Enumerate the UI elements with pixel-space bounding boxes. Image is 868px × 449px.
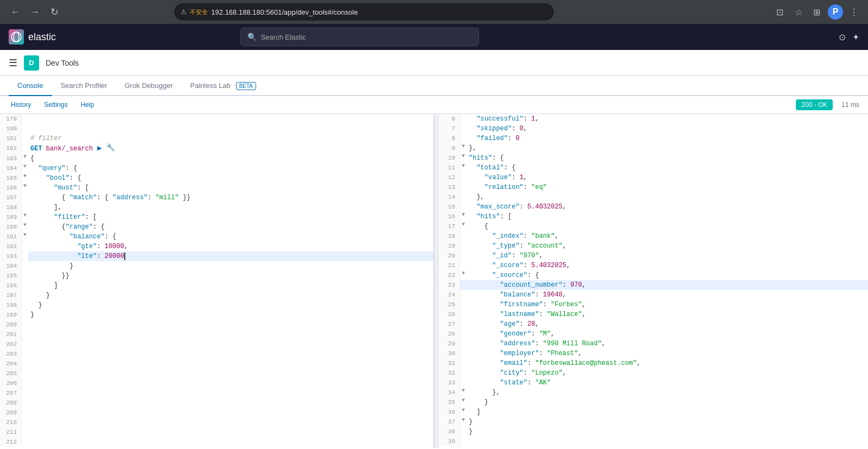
history-button[interactable]: History xyxy=(9,100,33,110)
fold-indicator[interactable] xyxy=(460,378,467,388)
run-button[interactable]: ▶ xyxy=(97,143,101,153)
fold-indicator[interactable] xyxy=(22,437,28,447)
panel-divider[interactable]: ⋮ xyxy=(434,114,438,448)
fold-indicator[interactable]: ▼ xyxy=(460,222,467,231)
fold-indicator[interactable]: ▼ xyxy=(22,163,28,173)
fold-indicator[interactable] xyxy=(22,330,28,339)
fold-indicator[interactable] xyxy=(22,251,28,261)
fold-indicator[interactable]: ▼ xyxy=(22,222,28,232)
fold-indicator[interactable] xyxy=(460,231,467,241)
fold-indicator[interactable] xyxy=(460,339,467,349)
fold-indicator[interactable] xyxy=(22,339,28,349)
address-bar[interactable]: ⚠ 不安全 192.168.188.180:5601/app/dev_tools… xyxy=(174,3,554,21)
bookmark-button[interactable]: ☆ xyxy=(791,4,806,20)
fold-indicator[interactable] xyxy=(460,358,467,368)
fold-indicator[interactable] xyxy=(22,143,28,154)
fold-indicator[interactable]: ▼ xyxy=(22,232,28,242)
fold-indicator[interactable]: ▼ xyxy=(460,143,467,153)
fold-indicator[interactable]: ▼ xyxy=(22,173,28,183)
settings-button[interactable]: Settings xyxy=(42,100,69,110)
fold-indicator[interactable] xyxy=(460,349,467,358)
response-line-content: "_type": "account", xyxy=(467,241,868,251)
tab-grok-debugger[interactable]: Grok Debugger xyxy=(116,76,182,96)
code-line: 188 ], xyxy=(0,203,433,212)
response-line: 18 "_index": "bank", xyxy=(438,231,868,241)
fold-indicator[interactable] xyxy=(460,134,467,143)
fold-indicator[interactable]: ▼ xyxy=(22,154,28,163)
fold-indicator[interactable] xyxy=(460,124,467,134)
fold-indicator[interactable] xyxy=(460,290,467,300)
menu-button[interactable]: ⋮ xyxy=(846,4,861,20)
hamburger-button[interactable]: ☰ xyxy=(9,57,17,69)
response-line-content: "hits": { xyxy=(467,153,868,163)
fold-indicator[interactable] xyxy=(22,124,28,134)
fold-indicator[interactable] xyxy=(22,134,28,143)
fold-indicator[interactable]: ▼ xyxy=(460,153,467,163)
share-icon[interactable]: ✦ xyxy=(852,32,859,42)
help-icon[interactable]: ⊙ xyxy=(839,32,846,42)
fold-indicator[interactable] xyxy=(22,378,28,388)
fold-indicator[interactable] xyxy=(22,408,28,418)
fold-indicator[interactable] xyxy=(22,261,28,271)
fold-indicator[interactable] xyxy=(22,398,28,408)
fold-indicator[interactable]: ▼ xyxy=(460,388,467,397)
tools-button[interactable]: 🔧 xyxy=(106,143,115,153)
code-editor[interactable]: 179 180 181 # filter182 GET bank/_search… xyxy=(0,114,433,448)
fold-indicator[interactable] xyxy=(460,192,467,202)
fold-indicator[interactable] xyxy=(460,329,467,339)
fold-indicator[interactable] xyxy=(22,114,28,124)
fold-indicator[interactable]: ▼ xyxy=(460,163,467,173)
help-button[interactable]: Help xyxy=(79,100,97,110)
fold-indicator[interactable] xyxy=(22,281,28,290)
fold-indicator[interactable] xyxy=(22,300,28,310)
fold-indicator[interactable] xyxy=(460,182,467,192)
fold-indicator[interactable] xyxy=(460,427,467,437)
tab-search-profiler[interactable]: Search Profiler xyxy=(52,76,116,96)
fold-indicator[interactable]: ▼ xyxy=(460,397,467,407)
fold-indicator[interactable]: ▼ xyxy=(460,212,467,222)
app-header: elastic 🔍 Search Elastic ⊙ ✦ xyxy=(0,24,868,50)
fold-indicator[interactable] xyxy=(22,242,28,251)
fold-indicator[interactable] xyxy=(460,309,467,319)
fold-indicator[interactable] xyxy=(22,359,28,369)
fold-indicator[interactable] xyxy=(460,319,467,329)
back-button[interactable]: ← xyxy=(7,3,24,21)
fold-indicator[interactable] xyxy=(460,261,467,270)
forward-button[interactable]: → xyxy=(26,3,43,21)
fold-indicator[interactable]: ▼ xyxy=(460,407,467,417)
search-bar[interactable]: 🔍 Search Elastic xyxy=(240,28,479,46)
line-number: 197 xyxy=(0,290,22,300)
fold-indicator[interactable]: ▼ xyxy=(22,183,28,193)
fold-indicator[interactable]: ▼ xyxy=(460,270,467,280)
fold-indicator[interactable] xyxy=(460,114,467,124)
fold-indicator[interactable] xyxy=(22,271,28,281)
fold-indicator[interactable]: ▼ xyxy=(22,212,28,222)
tab-painless-lab[interactable]: Painless Lab BETA xyxy=(182,76,265,96)
fold-indicator[interactable] xyxy=(22,203,28,212)
fold-indicator[interactable] xyxy=(460,202,467,212)
fold-indicator[interactable] xyxy=(460,437,467,446)
fold-indicator[interactable] xyxy=(460,241,467,251)
fold-indicator[interactable] xyxy=(460,173,467,182)
fold-indicator[interactable]: ▼ xyxy=(460,417,467,427)
fold-indicator[interactable] xyxy=(22,290,28,300)
fold-indicator[interactable] xyxy=(22,369,28,378)
reload-button[interactable]: ↻ xyxy=(46,3,63,21)
fold-indicator[interactable] xyxy=(460,251,467,261)
fold-indicator[interactable] xyxy=(22,427,28,437)
tab-search-button[interactable]: ⊞ xyxy=(809,4,825,20)
fold-indicator[interactable] xyxy=(460,368,467,378)
fold-indicator[interactable] xyxy=(22,388,28,398)
tab-console[interactable]: Console xyxy=(9,76,52,96)
fold-indicator[interactable] xyxy=(460,280,467,290)
fold-indicator[interactable] xyxy=(22,310,28,320)
response-line-number: 16 xyxy=(438,212,460,222)
cast-button[interactable]: ⊡ xyxy=(773,4,788,20)
fold-indicator[interactable] xyxy=(460,300,467,309)
response-content[interactable]: 6 "successful": 1,7 "skipped": 0,8 "fail… xyxy=(438,114,868,448)
fold-indicator[interactable] xyxy=(22,349,28,359)
fold-indicator[interactable] xyxy=(22,418,28,427)
fold-indicator[interactable] xyxy=(22,193,28,203)
fold-indicator[interactable] xyxy=(22,320,28,330)
profile-button[interactable]: P xyxy=(828,4,843,20)
